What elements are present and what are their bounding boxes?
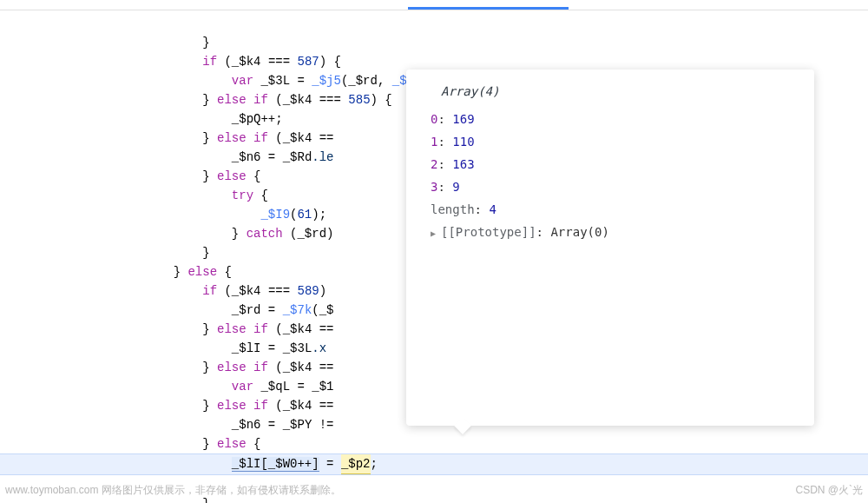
keyword-else: else — [217, 399, 247, 413]
keyword-else: else — [217, 361, 247, 374]
expand-triangle-icon[interactable]: ▶ — [431, 222, 439, 245]
operator: == — [319, 322, 334, 336]
operator: === — [268, 284, 290, 298]
code-line[interactable]: try { — [0, 189, 268, 202]
tooltip-prototype[interactable]: ▶[[Prototype]]: Array(0) — [422, 221, 799, 245]
function-call: _$j5 — [312, 74, 341, 88]
identifier: _$k4 — [232, 284, 261, 298]
code-line[interactable]: _$rd = _$7k(_$ — [0, 303, 334, 317]
keyword-if: if — [253, 131, 268, 145]
identifier: _$W0 — [268, 457, 298, 471]
entry-key: 2 — [431, 157, 437, 171]
identifier: _$rd — [348, 74, 378, 88]
function-call: _$7k — [283, 303, 312, 317]
keyword-if: if — [253, 93, 268, 107]
code-line[interactable]: _$lI = _$3L.x — [0, 341, 326, 355]
identifier: _$ — [319, 303, 334, 317]
identifier: _$rd — [297, 227, 326, 241]
identifier: _$lI — [232, 457, 261, 471]
identifier: _$lI — [232, 341, 261, 355]
code-line[interactable]: } — [0, 246, 210, 260]
keyword-try: try — [232, 189, 253, 202]
keyword-if: if — [253, 361, 268, 374]
code-line[interactable]: var _$qL = _$1 — [0, 380, 334, 394]
operator: === — [268, 55, 290, 69]
semicolon: ; — [371, 457, 378, 471]
tooltip-entry[interactable]: 0: 169 — [422, 108, 799, 130]
identifier: _$pQ — [232, 112, 261, 126]
page-footer: www.toymoban.com 网络图片仅供展示，非存储，如有侵权请联系删除。… — [5, 483, 863, 498]
code-line[interactable]: } — [0, 36, 210, 50]
hovered-variable[interactable]: _$p2 — [341, 454, 371, 474]
function-call: _$I9 — [260, 208, 290, 222]
keyword-else: else — [217, 322, 247, 336]
number-literal: 589 — [298, 284, 319, 298]
code-line[interactable]: } else if (_$k4 === 585) { — [0, 93, 392, 107]
keyword-var: var — [232, 380, 253, 394]
keyword-var: var — [232, 74, 253, 88]
code-line[interactable]: } else if (_$k4 == — [0, 399, 334, 413]
identifier: _$n6 — [232, 150, 261, 164]
tooltip-title: Array(4) — [422, 80, 799, 103]
identifier: _$PY — [283, 418, 312, 432]
keyword-if: if — [202, 55, 217, 69]
footer-right-text: CSDN @火`光 — [795, 483, 863, 498]
entry-value: 163 — [452, 157, 474, 171]
property: .le — [312, 150, 333, 164]
code-line[interactable]: } else { — [0, 265, 232, 279]
identifier: _$k4 — [283, 131, 312, 145]
code-line[interactable]: } else { — [0, 437, 260, 451]
code-line[interactable]: if (_$k4 === 587) { — [0, 55, 341, 69]
keyword-if: if — [202, 284, 217, 298]
identifier: _$Rd — [283, 150, 312, 164]
number-literal: 61 — [297, 208, 312, 222]
code-line[interactable]: _$n6 = _$PY != — [0, 418, 334, 432]
number-literal: 585 — [348, 93, 370, 107]
identifier: _$k4 — [232, 55, 261, 69]
entry-key: 0 — [431, 112, 437, 126]
code-line[interactable]: _$pQ++; — [0, 112, 283, 126]
value-inspector-tooltip[interactable]: Array(4) 0: 169 1: 110 2: 163 3: 9 lengt… — [406, 69, 814, 426]
code-line[interactable]: } else { — [0, 169, 260, 183]
operator: ++; — [260, 112, 282, 126]
property: .x — [312, 341, 326, 355]
keyword-else: else — [217, 169, 247, 183]
code-line[interactable]: _$n6 = _$Rd.le — [0, 150, 334, 164]
code-line[interactable]: } else if (_$k4 == — [0, 322, 334, 336]
identifier: _$k4 — [283, 322, 312, 336]
code-line[interactable]: } — [0, 497, 210, 503]
operator: ++ — [297, 457, 312, 471]
code-line[interactable]: } catch (_$rd) — [0, 227, 333, 241]
identifier: _$k4 — [283, 93, 312, 107]
prototype-label: [[Prototype]] — [441, 225, 536, 239]
prototype-value: Array(0) — [550, 225, 608, 239]
identifier: _$k4 — [283, 361, 312, 374]
code-line[interactable]: } else if (_$k4 == — [0, 361, 334, 374]
operator: === — [319, 93, 341, 107]
editor-top-bar — [0, 0, 868, 10]
entry-value: 169 — [452, 112, 474, 126]
keyword-else: else — [187, 265, 217, 279]
execution-progress-marker — [408, 7, 569, 10]
entry-value: 110 — [452, 135, 474, 149]
identifier: _$n6 — [232, 418, 261, 432]
keyword-if: if — [253, 399, 268, 413]
paused-execution-line[interactable]: _$lI[_$W0++] = _$p2; — [0, 453, 868, 475]
identifier: _$3L — [283, 341, 312, 355]
tooltip-entry[interactable]: 3: 9 — [422, 175, 799, 198]
tooltip-length[interactable]: length: 4 — [422, 198, 799, 221]
tooltip-entry[interactable]: 2: 163 — [422, 153, 799, 175]
code-line[interactable]: _$I9(61); — [0, 208, 326, 222]
operator: == — [319, 361, 334, 374]
code-line[interactable]: if (_$k4 === 589) — [0, 284, 326, 298]
number-literal: 587 — [298, 55, 319, 69]
footer-left-text: www.toymoban.com 网络图片仅供展示，非存储，如有侵权请联系删除。 — [5, 483, 341, 498]
hover-token-array[interactable]: _$lI[_$W0++] — [232, 457, 319, 472]
identifier: _$3L — [260, 74, 290, 88]
tooltip-entry[interactable]: 1: 110 — [422, 130, 799, 153]
keyword-else: else — [217, 93, 247, 107]
code-line[interactable]: } else if (_$k4 == — [0, 131, 334, 145]
keyword-else: else — [217, 437, 247, 451]
identifier: _$rd — [232, 303, 261, 317]
identifier: _$1 — [312, 380, 333, 394]
